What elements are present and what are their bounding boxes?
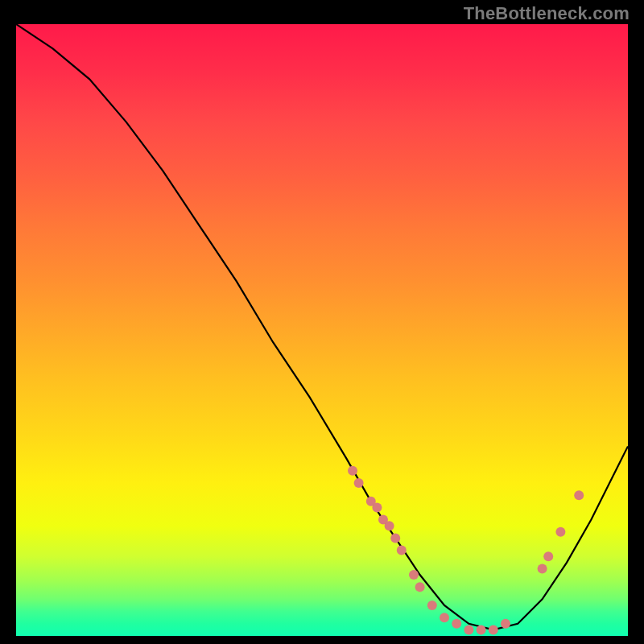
chart-container: TheBottleneck.com	[0, 0, 644, 644]
chart-background-gradient	[16, 24, 628, 636]
watermark-text: TheBottleneck.com	[464, 3, 630, 24]
